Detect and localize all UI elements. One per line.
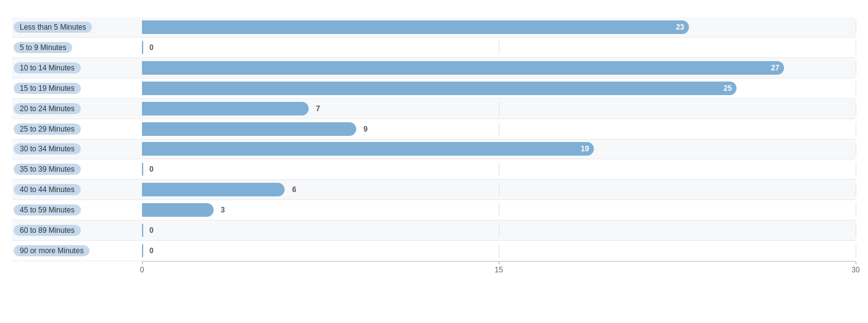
bar-fill [142,224,143,237]
table-row: 10 to 14 Minutes27 [12,58,856,78]
bar-track: 0 [142,244,856,258]
bar-track: 7 [142,102,856,115]
bar-label-area: 15 to 19 Minutes [12,82,142,95]
bar-track: 27 [142,61,856,75]
bar-track: 23 [142,20,856,34]
bar-track: 6 [142,183,856,196]
bar-value: 27 [771,64,779,72]
table-row: 25 to 29 Minutes9 [12,119,856,140]
bar-track: 25 [142,82,856,95]
bar-fill [142,122,356,136]
bar-fill [142,244,143,258]
x-axis: 01530 [142,261,856,280]
bar-track: 0 [142,162,856,176]
bar-fill [142,102,309,115]
bar-label-area: 60 to 89 Minutes [12,224,142,237]
bar-track: 0 [142,41,856,54]
bar-label: 90 or more Minutes [14,245,90,256]
bar-fill: 23 [142,20,689,34]
bars-section: Less than 5 Minutes235 to 9 Minutes010 t… [12,17,856,261]
bar-value: 0 [149,43,154,52]
bar-label: 35 to 39 Minutes [14,164,81,175]
bar-label-area: 90 or more Minutes [12,244,142,258]
x-axis-tick: 15 [495,266,503,274]
bar-label: 30 to 34 Minutes [14,143,81,154]
bar-fill [142,41,143,54]
bar-track: 19 [142,142,856,156]
bar-value: 19 [581,145,589,153]
bar-label: 20 to 24 Minutes [14,103,81,114]
table-row: 60 to 89 Minutes0 [12,220,856,241]
chart-area: Less than 5 Minutes235 to 9 Minutes010 t… [12,17,856,280]
bar-value: 0 [149,246,154,255]
bar-value: 6 [292,185,296,194]
table-row: 20 to 24 Minutes7 [12,99,856,119]
bar-label: 10 to 14 Minutes [14,62,81,73]
bar-track: 3 [142,203,856,217]
bar-fill: 27 [142,61,784,75]
table-row: Less than 5 Minutes23 [12,17,856,38]
bar-value: 3 [221,206,225,214]
bar-label: 45 to 59 Minutes [14,204,81,216]
table-row: 45 to 59 Minutes3 [12,200,856,220]
table-row: 35 to 39 Minutes0 [12,159,856,180]
bar-label-area: 30 to 34 Minutes [12,142,142,156]
chart-container: Less than 5 Minutes235 to 9 Minutes010 t… [0,0,868,323]
bar-value: 9 [364,125,368,133]
bar-fill: 19 [142,142,594,156]
table-row: 30 to 34 Minutes19 [12,140,856,160]
bar-label: 40 to 44 Minutes [14,184,81,195]
bar-label-area: 40 to 44 Minutes [12,183,142,196]
bar-label: Less than 5 Minutes [14,22,92,33]
table-row: 15 to 19 Minutes25 [12,78,856,99]
bar-label-area: 10 to 14 Minutes [12,61,142,75]
bar-value: 25 [724,84,732,93]
bar-label-area: 45 to 59 Minutes [12,203,142,217]
table-row: 90 or more Minutes0 [12,241,856,261]
bar-fill [142,203,214,217]
bar-fill: 25 [142,82,737,95]
bar-value: 0 [149,226,154,235]
bar-label-area: 20 to 24 Minutes [12,102,142,115]
bar-label: 60 to 89 Minutes [14,225,81,236]
table-row: 40 to 44 Minutes6 [12,180,856,200]
bar-label-area: Less than 5 Minutes [12,20,142,34]
x-axis-tick: 30 [851,266,859,274]
bar-track: 0 [142,224,856,237]
bar-track: 9 [142,122,856,136]
bar-label-area: 5 to 9 Minutes [12,41,142,54]
bar-label: 25 to 29 Minutes [14,124,81,135]
bar-label-area: 35 to 39 Minutes [12,162,142,176]
bar-value: 23 [676,23,684,31]
x-axis-tick: 0 [140,266,144,274]
bar-label: 5 to 9 Minutes [14,42,72,53]
bar-label: 15 to 19 Minutes [14,83,81,94]
bar-label-area: 25 to 29 Minutes [12,122,142,136]
bar-fill [142,183,285,196]
table-row: 5 to 9 Minutes0 [12,38,856,58]
bar-value: 7 [316,104,320,113]
bar-value: 0 [149,165,154,174]
bar-fill [142,162,143,176]
